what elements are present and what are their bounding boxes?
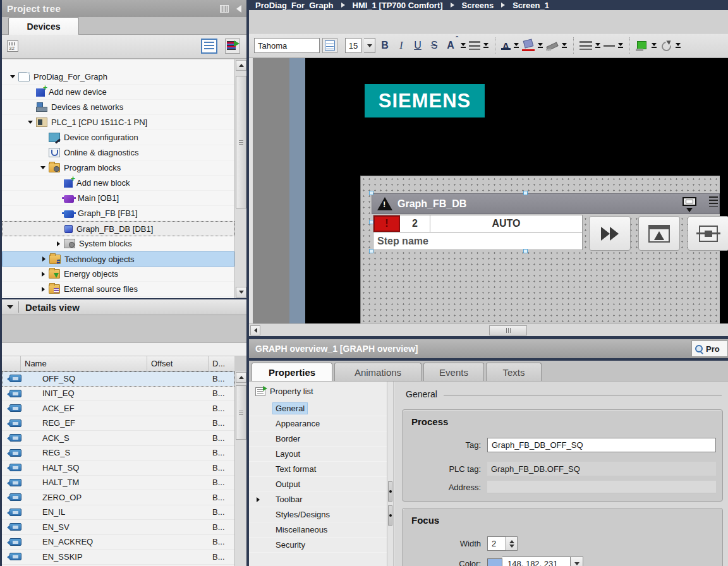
dropdown-icon[interactable]: [651, 38, 657, 53]
chevron-right-icon[interactable]: [54, 241, 63, 246]
tree-item-devices-networks[interactable]: Devices & networks: [2, 100, 234, 115]
font-color-button[interactable]: A: [501, 40, 511, 51]
property-item-layout[interactable]: Layout: [249, 447, 387, 462]
list-view-icon[interactable]: [201, 39, 217, 54]
width-stepper[interactable]: 2: [487, 536, 518, 551]
dropdown-icon[interactable]: [513, 38, 519, 53]
table-row[interactable]: EN_SSKIP B...: [2, 550, 234, 565]
property-item-text-format[interactable]: Text format: [249, 462, 387, 477]
color-dropdown-icon[interactable]: [571, 557, 583, 566]
graph-overview-control[interactable]: Graph_FB_DB ! 2 AUTO Step name: [372, 193, 720, 251]
horizontal-scrollbar[interactable]: [249, 323, 728, 336]
column-type[interactable]: D...: [209, 356, 234, 371]
table-row[interactable]: ZERO_OP B...: [2, 490, 234, 505]
monitor-icon[interactable]: [682, 197, 696, 206]
rotate-button[interactable]: [660, 40, 672, 51]
font-size-increase-button[interactable]: A: [444, 37, 458, 54]
highlight-color-button[interactable]: [522, 39, 535, 52]
chevron-down-icon[interactable]: [39, 166, 47, 169]
chevron-down-icon[interactable]: [7, 305, 13, 309]
graph-overview-titlebar[interactable]: Graph_FB_DB: [372, 193, 720, 214]
tree-item-add-new-block[interactable]: Add new block: [2, 176, 234, 191]
breadcrumb-item[interactable]: ProDiag_For_Graph: [255, 1, 334, 10]
breadcrumb-item[interactable]: Screen_1: [513, 1, 549, 10]
splitter-handle[interactable]: [388, 505, 392, 526]
tab-events[interactable]: Events: [423, 363, 484, 381]
block-view-button[interactable]: [688, 216, 728, 251]
tree-item-project-root[interactable]: ProDiag_For_Graph: [2, 69, 234, 85]
tree-item-online-diagnostics[interactable]: Online & diagnostics: [2, 145, 234, 160]
font-size-field[interactable]: 15: [345, 38, 361, 53]
tree-item-technology-objects[interactable]: Technology objects: [2, 251, 234, 267]
tree-item-graph-fb-db[interactable]: Graph_FB_DB [DB1]: [2, 221, 234, 236]
new-object-icon[interactable]: [225, 39, 240, 54]
border-color-button[interactable]: [546, 39, 559, 52]
chevron-down-icon[interactable]: [26, 121, 35, 124]
collapse-panel-icon[interactable]: [236, 5, 241, 13]
strikethrough-button[interactable]: S: [427, 37, 441, 54]
details-scroll-thumb[interactable]: [236, 385, 246, 440]
line-weight-button[interactable]: [604, 45, 615, 47]
tree-item-program-blocks[interactable]: Program blocks: [2, 160, 234, 176]
dropdown-icon[interactable]: [617, 38, 624, 53]
dropdown-icon[interactable]: [483, 38, 489, 53]
scroll-up-icon[interactable]: [236, 60, 246, 71]
table-row[interactable]: EN_ACKREQ B...: [2, 535, 234, 550]
tree-item-add-new-device[interactable]: Add new device: [2, 85, 234, 100]
column-name[interactable]: Name: [21, 356, 147, 371]
property-item-toolbar[interactable]: Toolbar: [249, 492, 387, 507]
table-row[interactable]: ACK_S B...: [2, 431, 234, 446]
property-item-security[interactable]: Security: [249, 538, 387, 553]
breadcrumb-item[interactable]: Screens: [462, 1, 494, 10]
tree-scrollbar[interactable]: [234, 59, 247, 298]
selection-handle[interactable]: [369, 220, 373, 224]
property-item-miscellaneous[interactable]: Miscellaneous: [249, 522, 387, 538]
property-item-output[interactable]: Output: [249, 477, 387, 492]
tab-texts[interactable]: Texts: [486, 363, 542, 381]
selection-handle[interactable]: [369, 191, 373, 195]
chevron-down-icon[interactable]: [8, 75, 17, 78]
table-row[interactable]: ACK_EF B...: [2, 401, 234, 416]
tree-item-plc1[interactable]: PLC_1 [CPU 1511C-1 PN]: [2, 115, 234, 130]
fast-forward-button[interactable]: [589, 216, 631, 251]
chevron-right-icon[interactable]: [39, 256, 48, 262]
table-row[interactable]: INIT_EQ B...: [2, 387, 234, 402]
columns-icon[interactable]: [220, 5, 229, 13]
table-row[interactable]: OFF_SQ B...: [2, 371, 234, 387]
dropdown-icon[interactable]: [537, 38, 543, 53]
details-view-header[interactable]: Details view: [2, 298, 246, 315]
table-row[interactable]: EN_SV B...: [2, 520, 234, 535]
chevron-right-icon[interactable]: [257, 495, 260, 504]
property-item-general[interactable]: General: [249, 401, 387, 416]
property-item-border[interactable]: Border: [249, 431, 387, 447]
table-row[interactable]: REG_S B...: [2, 446, 234, 461]
screen-canvas[interactable]: SIEMENS Graph_FB_DB ! 2 AUTO Step name: [249, 58, 728, 323]
tag-input[interactable]: Graph_FB_DB_OFF_SQ: [487, 438, 716, 452]
horizontal-scroll-thumb[interactable]: [489, 325, 527, 335]
breadcrumb-item[interactable]: HMI_1 [TP700 Comfort]: [353, 1, 443, 10]
dropdown-icon[interactable]: [460, 38, 466, 53]
table-row[interactable]: EN_IL B...: [2, 505, 234, 521]
property-item-styles-designs[interactable]: Styles/Designs: [249, 507, 387, 522]
stepper-arrows-icon[interactable]: [506, 536, 518, 551]
dropdown-icon[interactable]: [675, 38, 681, 53]
selection-handle[interactable]: [523, 191, 528, 195]
chevron-right-icon[interactable]: [39, 272, 47, 277]
table-row[interactable]: REG_EF B...: [2, 416, 234, 431]
chevron-right-icon[interactable]: [39, 287, 47, 292]
tree-item-system-blocks[interactable]: System blocks: [2, 236, 234, 251]
property-item-appearance[interactable]: Appearance: [249, 416, 387, 431]
tree-item-device-configuration[interactable]: Device configuration: [2, 130, 234, 145]
column-settings-icon[interactable]: [7, 40, 18, 52]
dropdown-icon[interactable]: [561, 38, 567, 53]
color-picker[interactable]: 148, 182, 231: [487, 557, 583, 566]
width-value[interactable]: 2: [487, 536, 506, 551]
font-list-icon[interactable]: [322, 38, 337, 53]
scroll-up-icon[interactable]: [236, 372, 246, 383]
table-row[interactable]: HALT_SQ B...: [2, 461, 234, 476]
property-list-scrollbar[interactable]: [387, 382, 394, 566]
tab-animations[interactable]: Animations: [334, 363, 422, 381]
font-size-dropdown-icon[interactable]: [364, 38, 375, 53]
splitter-handle[interactable]: [388, 481, 392, 502]
monitor-list-icon[interactable]: [709, 196, 718, 207]
